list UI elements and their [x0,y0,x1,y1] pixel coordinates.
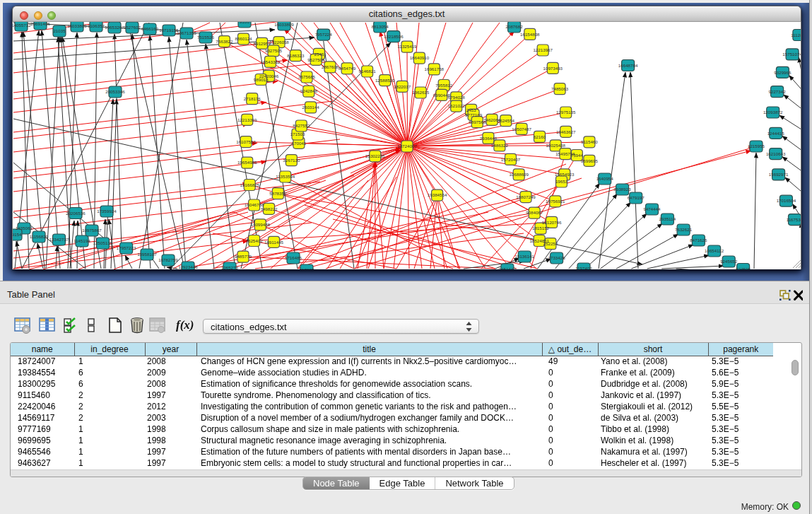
svg-text:10975867: 10975867 [82,228,102,233]
svg-text:2087682: 2087682 [506,24,524,29]
svg-text:10654112: 10654112 [705,248,724,253]
svg-text:18724007: 18724007 [397,144,417,148]
svg-text:5716485: 5716485 [285,255,302,260]
svg-text:9327505: 9327505 [265,48,283,53]
svg-text:1435061: 1435061 [16,226,33,230]
svg-text:19463627: 19463627 [556,129,576,134]
svg-text:10507487: 10507487 [512,127,531,132]
svg-text:7485063: 7485063 [551,86,569,91]
svg-text:5878352: 5878352 [269,191,287,196]
svg-text:16033809: 16033809 [274,22,294,27]
svg-text:7957224: 7957224 [315,32,333,37]
svg-text:2867608: 2867608 [322,64,339,69]
svg-text:9474444: 9474444 [643,206,661,211]
svg-text:2718176: 2718176 [244,96,261,101]
svg-text:15136141: 15136141 [515,254,535,259]
svg-text:1733426: 1733426 [548,255,566,260]
svg-text:20053346: 20053346 [105,89,125,94]
svg-text:9329966: 9329966 [774,70,792,75]
svg-text:9115460: 9115460 [581,139,598,144]
svg-text:9227342: 9227342 [769,89,787,94]
svg-text:8938923: 8938923 [614,187,632,192]
svg-text:6466160: 6466160 [141,26,159,31]
svg-text:13218506: 13218506 [384,34,404,39]
svg-text:20206536: 20206536 [66,211,86,216]
svg-text:16782759: 16782759 [158,257,178,262]
svg-text:13226058: 13226058 [269,40,289,45]
svg-text:16210643: 16210643 [766,151,786,156]
svg-text:16543362: 16543362 [261,59,281,64]
svg-text:15751074: 15751074 [782,52,801,57]
svg-text:10958107: 10958107 [137,252,157,257]
svg-text:12588520: 12588520 [375,78,395,83]
svg-text:9485779: 9485779 [235,254,252,259]
svg-text:19653: 19653 [555,179,568,184]
svg-text:9242848: 9242848 [300,88,318,93]
svg-text:1197402: 1197402 [575,266,592,269]
svg-text:3267130: 3267130 [283,158,300,163]
svg-text:170041: 170041 [292,141,307,146]
svg-text:171503: 171503 [290,132,305,136]
svg-text:25302235: 25302235 [365,153,385,158]
svg-text:10719155: 10719155 [159,28,179,33]
svg-text:8186323: 8186323 [287,53,305,58]
svg-text:1167534: 1167534 [787,217,801,222]
svg-text:12093872: 12093872 [763,110,783,115]
svg-text:9245652: 9245652 [720,259,738,264]
svg-text:11325419: 11325419 [397,44,417,49]
svg-text:16033809: 16033809 [67,23,87,28]
svg-text:16648784: 16648784 [618,63,638,68]
svg-text:16911445: 16911445 [264,240,284,245]
svg-text:12213369: 12213369 [237,117,257,122]
svg-text:1640954: 1640954 [596,176,614,181]
svg-text:10653267: 10653267 [105,25,124,30]
svg-text:11156829: 11156829 [30,234,49,239]
svg-text:1244415: 1244415 [767,131,785,136]
svg-text:3215955: 3215955 [748,144,765,148]
svg-text:15692971: 15692971 [769,172,789,177]
svg-text:8660124: 8660124 [235,36,252,41]
svg-text:10973493: 10973493 [543,66,563,71]
svg-text:12505135: 12505135 [93,240,113,245]
svg-text:1362615: 1362615 [412,90,430,95]
svg-text:8427552: 8427552 [293,123,310,128]
svg-text:19166825: 19166825 [240,182,259,187]
svg-text:20691406: 20691406 [30,22,50,26]
svg-text:10688609: 10688609 [509,172,529,177]
svg-text:6794028: 6794028 [448,95,466,100]
svg-text:14099488: 14099488 [251,222,271,227]
svg-text:1065273: 1065273 [221,265,239,269]
svg-text:9106357: 9106357 [88,23,105,28]
svg-text:10025438: 10025438 [546,143,565,148]
svg-text:16107553: 16107553 [236,139,256,144]
svg-text:1527602: 1527602 [124,25,141,30]
svg-text:9106: 9106 [240,22,249,24]
svg-text:2453: 2453 [466,107,476,112]
svg-text:2603144: 2603144 [302,105,320,110]
svg-text:18807249: 18807249 [516,194,536,199]
svg-text:917205: 917205 [300,267,314,269]
svg-text:3498222: 3498222 [260,206,278,211]
svg-text:15720407: 15720407 [501,157,521,162]
svg-text:16154808: 16154808 [520,32,540,37]
svg-text:11353594: 11353594 [276,174,295,179]
svg-text:3624554: 3624554 [498,118,515,123]
svg-text:2935114: 2935114 [659,216,676,221]
svg-text:1822037: 1822037 [394,84,411,89]
svg-text:1486322: 1486322 [491,143,509,148]
svg-text:15654923: 15654923 [555,172,575,177]
svg-text:17359924: 17359924 [97,209,117,214]
svg-text:39154: 39154 [13,232,22,237]
svg-text:19384554: 19384554 [428,192,447,197]
svg-text:9146821: 9146821 [359,69,377,74]
svg-text:16120746: 16120746 [542,220,562,225]
svg-text:12213967: 12213967 [533,47,553,52]
svg-text:9777169: 9777169 [465,112,483,117]
svg-text:1621022: 1621022 [448,103,466,108]
svg-text:2936448: 2936448 [480,136,498,141]
svg-text:6479197: 6479197 [628,195,645,200]
svg-text:9699695: 9699695 [581,158,599,163]
svg-text:1815152: 1815152 [532,226,550,230]
svg-text:252254: 252254 [543,241,558,246]
svg-text:19756921: 19756921 [546,199,565,204]
